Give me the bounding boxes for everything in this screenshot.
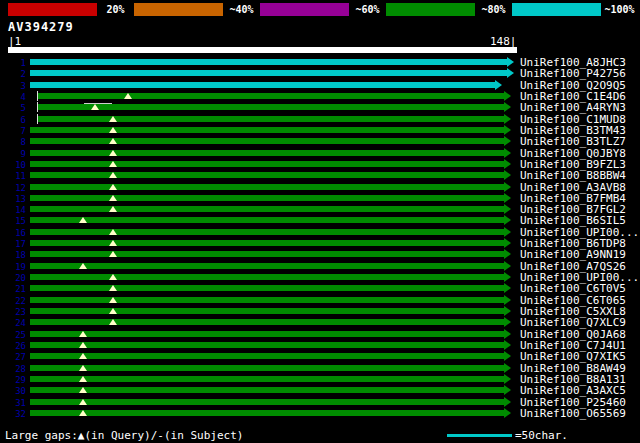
alignment-arrowhead[interactable]: [504, 102, 511, 112]
hit-number: 32: [2, 409, 26, 419]
alignment-arrowhead[interactable]: [504, 227, 511, 237]
hit-label[interactable]: UniRef100_O65569: [520, 408, 626, 419]
alignment-bar[interactable]: [30, 274, 504, 280]
query-gap-triangle-icon: [79, 410, 87, 416]
alignment-bar[interactable]: [30, 240, 504, 246]
alignment-arrowhead[interactable]: [504, 295, 511, 305]
alignment-start-tick: [37, 114, 38, 124]
alignment-bar[interactable]: [30, 285, 504, 291]
hit-number: 29: [2, 375, 26, 385]
alignment-arrowhead[interactable]: [504, 397, 511, 407]
alignment-bar[interactable]: [30, 308, 504, 314]
query-gap-triangle-icon: [109, 308, 117, 314]
alignment-arrowhead[interactable]: [504, 114, 511, 124]
query-gap-triangle-icon: [109, 297, 117, 303]
alignment-arrowhead[interactable]: [504, 136, 511, 146]
alignment-arrowhead[interactable]: [507, 57, 514, 67]
alignment-bar[interactable]: [30, 161, 504, 167]
hit-label[interactable]: UniRef100_Q7XIK5: [520, 351, 626, 362]
alignment-bar[interactable]: [30, 229, 504, 235]
hits-list: 1UniRef100_A8JHC32UniRef100_P427563UniRe…: [0, 0, 640, 443]
hit-label[interactable]: UniRef100_B3TLZ7: [520, 136, 626, 147]
query-gap-triangle-icon: [109, 127, 117, 133]
alignment-bar[interactable]: [38, 93, 504, 99]
query-gap-triangle-icon: [79, 353, 87, 359]
alignment-bar[interactable]: [30, 70, 507, 76]
alignment-bar[interactable]: [30, 410, 504, 416]
alignment-bar[interactable]: [30, 263, 504, 269]
alignment-bar[interactable]: [30, 59, 507, 65]
hit-label[interactable]: UniRef100_B6SIL5: [520, 215, 626, 226]
alignment-bar[interactable]: [38, 104, 504, 110]
alignment-arrowhead[interactable]: [504, 159, 511, 169]
alignment-arrowhead[interactable]: [504, 317, 511, 327]
hit-label[interactable]: UniRef100_Q7XLC9: [520, 317, 626, 328]
alignment-arrowhead[interactable]: [504, 272, 511, 282]
alignment-bar[interactable]: [30, 184, 504, 190]
hit-row: 5UniRef100_A4RYN3: [0, 102, 640, 113]
alignment-bar[interactable]: [30, 195, 504, 201]
hit-number: 8: [2, 137, 26, 147]
alignment-arrowhead[interactable]: [504, 261, 511, 271]
alignment-arrowhead[interactable]: [504, 238, 511, 248]
alignment-arrowhead[interactable]: [495, 80, 502, 90]
alignment-bar[interactable]: [30, 319, 504, 325]
alignment-arrowhead[interactable]: [504, 385, 511, 395]
alignment-arrowhead[interactable]: [504, 215, 511, 225]
alignment-bar[interactable]: [30, 206, 504, 212]
alignment-arrowhead[interactable]: [504, 340, 511, 350]
hit-label[interactable]: UniRef100_A3AXC5: [520, 385, 626, 396]
query-gap-triangle-icon: [109, 229, 117, 235]
alignment-arrowhead[interactable]: [504, 283, 511, 293]
alignment-arrowhead[interactable]: [504, 363, 511, 373]
alignment-arrowhead[interactable]: [504, 182, 511, 192]
hit-number: 25: [2, 330, 26, 340]
alignment-bar[interactable]: [30, 172, 504, 178]
alignment-bar[interactable]: [30, 376, 504, 382]
alignment-arrowhead[interactable]: [504, 249, 511, 259]
hit-label[interactable]: UniRef100_B8BBW4: [520, 170, 626, 181]
alignment-bar[interactable]: [30, 342, 504, 348]
query-gap-triangle-icon: [79, 399, 87, 405]
hit-row: 8UniRef100_B3TLZ7: [0, 136, 640, 147]
alignment-bar[interactable]: [30, 150, 504, 156]
query-gap-triangle-icon: [109, 172, 117, 178]
alignment-arrowhead[interactable]: [504, 91, 511, 101]
alignment-bar[interactable]: [38, 116, 504, 122]
hit-number: 10: [2, 160, 26, 170]
alignment-bar[interactable]: [30, 297, 504, 303]
alignment-bar[interactable]: [30, 331, 504, 337]
alignment-bar[interactable]: [30, 365, 504, 371]
hit-label[interactable]: UniRef100_C6T0V5: [520, 283, 626, 294]
alignment-arrowhead[interactable]: [504, 148, 511, 158]
alignment-arrowhead[interactable]: [504, 170, 511, 180]
alignment-bar[interactable]: [30, 399, 504, 405]
alignment-arrowhead[interactable]: [504, 204, 511, 214]
alignment-arrowhead[interactable]: [504, 374, 511, 384]
hit-label[interactable]: UniRef100_A4RYN3: [520, 102, 626, 113]
alignment-arrowhead[interactable]: [504, 125, 511, 135]
fifty-char-scale-line: [447, 434, 512, 437]
alignment-arrowhead[interactable]: [504, 193, 511, 203]
alignment-arrowhead[interactable]: [504, 306, 511, 316]
alignment-bar[interactable]: [30, 251, 504, 257]
hit-number: 15: [2, 216, 26, 226]
query-gap-triangle-icon: [79, 342, 87, 348]
alignment-bar[interactable]: [30, 127, 504, 133]
alignment-arrowhead[interactable]: [504, 408, 511, 418]
hit-row: 32UniRef100_O65569: [0, 408, 640, 419]
hit-label[interactable]: UniRef100_P42756: [520, 68, 626, 79]
alignment-arrowhead[interactable]: [504, 329, 511, 339]
alignment-arrowhead[interactable]: [504, 351, 511, 361]
alignment-bar[interactable]: [30, 82, 495, 88]
hit-number: 6: [2, 115, 26, 125]
alignment-bar[interactable]: [30, 353, 504, 359]
query-gap-triangle-icon: [109, 184, 117, 190]
alignment-bar[interactable]: [30, 387, 504, 393]
alignment-bar[interactable]: [30, 217, 504, 223]
query-gap-triangle-icon: [91, 104, 99, 110]
hit-label[interactable]: UniRef100_A9NN19: [520, 249, 626, 260]
alignment-arrowhead[interactable]: [507, 68, 514, 78]
hit-number: 23: [2, 307, 26, 317]
alignment-bar[interactable]: [30, 138, 504, 144]
